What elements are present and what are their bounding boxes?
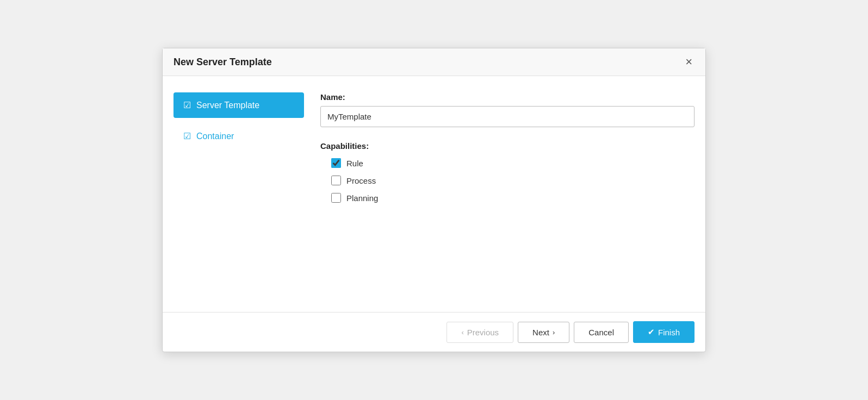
capabilities-checkbox-group: Rule Process Planning [320, 158, 695, 203]
capability-rule-checkbox[interactable] [331, 158, 341, 168]
dialog-header: New Server Template × [163, 48, 705, 76]
check-icon-container: ☑ [183, 131, 191, 141]
capability-planning-item[interactable]: Planning [331, 193, 695, 203]
main-content: Name: Capabilities: Rule Process [320, 92, 695, 296]
dialog-body: ☑ Server Template ☑ Container Name: Capa… [163, 76, 705, 312]
name-label: Name: [320, 92, 695, 102]
finish-button[interactable]: ✔ Finish [633, 321, 695, 343]
sidebar-item-container-label: Container [196, 132, 234, 141]
next-button[interactable]: Next › [518, 322, 569, 343]
name-input[interactable] [320, 106, 695, 127]
sidebar-item-container[interactable]: ☑ Container [173, 123, 304, 149]
capability-process-label[interactable]: Process [346, 176, 376, 185]
next-button-label: Next [532, 328, 549, 337]
previous-button-label: Previous [467, 328, 499, 337]
sidebar-item-server-template[interactable]: ☑ Server Template [173, 92, 304, 118]
check-icon-server-template: ☑ [183, 100, 191, 110]
capability-planning-label[interactable]: Planning [346, 193, 378, 203]
sidebar: ☑ Server Template ☑ Container [173, 92, 304, 296]
new-server-template-dialog: New Server Template × ☑ Server Template … [162, 48, 706, 352]
close-button[interactable]: × [683, 56, 695, 68]
capability-process-checkbox[interactable] [331, 176, 341, 185]
name-field-group: Name: [320, 92, 695, 127]
capability-process-item[interactable]: Process [331, 176, 695, 185]
previous-button[interactable]: ‹ Previous [447, 322, 513, 343]
next-chevron-icon: › [553, 328, 555, 336]
capabilities-section: Capabilities: Rule Process Planning [320, 141, 695, 203]
finish-check-icon: ✔ [648, 327, 655, 337]
finish-button-label: Finish [658, 328, 680, 337]
capabilities-label: Capabilities: [320, 141, 695, 151]
cancel-button[interactable]: Cancel [574, 322, 629, 343]
dialog-title: New Server Template [173, 57, 272, 68]
dialog-footer: ‹ Previous Next › Cancel ✔ Finish [163, 312, 705, 352]
sidebar-item-server-template-label: Server Template [196, 101, 259, 110]
capability-planning-checkbox[interactable] [331, 193, 341, 203]
previous-chevron-icon: ‹ [461, 328, 463, 336]
cancel-button-label: Cancel [588, 328, 614, 337]
capability-rule-label[interactable]: Rule [346, 159, 363, 168]
capability-rule-item[interactable]: Rule [331, 158, 695, 168]
